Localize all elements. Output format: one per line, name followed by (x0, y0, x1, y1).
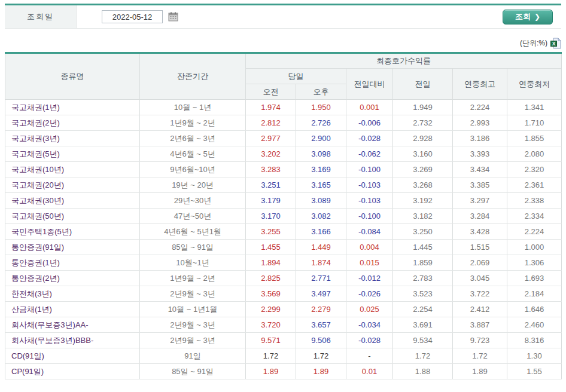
query-date-label: 조회일 (27, 11, 54, 22)
diff-cell: 0.025 (346, 302, 393, 317)
term-cell: 1년9월 ~ 2년 (140, 115, 246, 131)
bond-name-cell: 통안증권(1년) (5, 255, 140, 271)
pm-yield-cell: 2.279 (296, 302, 346, 317)
prev-cell: 2.732 (393, 115, 453, 131)
term-cell: 10월 ~ 1년 (140, 100, 246, 115)
search-button[interactable]: 조회 ❯ (503, 10, 553, 24)
year-low-cell: 1.306 (507, 255, 562, 271)
am-yield-cell: 2.812 (246, 115, 296, 131)
bond-name-cell: 회사채(무보증3년)AA- (5, 317, 140, 333)
diff-cell: -0.084 (346, 224, 393, 240)
diff-cell: -0.006 (346, 115, 393, 131)
header-bond-name: 종류명 (5, 53, 140, 100)
table-row: 회사채(무보증3년)AA-2년9월 ~ 3년3.7203.657-0.0343.… (5, 317, 562, 333)
table-body: 국고채권(1년)10월 ~ 1년1.9741.9500.0011.9492.22… (5, 100, 562, 379)
am-yield-cell: 3.255 (246, 224, 296, 240)
year-high-cell: 9.723 (453, 333, 507, 348)
year-high-cell: 3.186 (453, 131, 507, 146)
am-yield-cell: 3.720 (246, 317, 296, 333)
header-prev: 전일 (393, 69, 453, 100)
bond-name-cell: 한전채(3년) (5, 286, 140, 302)
term-cell: 29년~30년 (140, 193, 246, 209)
year-low-cell: 2.320 (507, 162, 562, 177)
am-yield-cell: 3.569 (246, 286, 296, 302)
am-yield-cell: 1.894 (246, 255, 296, 271)
prev-cell: 1.88 (393, 364, 453, 379)
table-row: CP(91일)85일 ~ 91일1.891.890.011.881.891.55 (5, 364, 562, 379)
year-low-cell: 8.316 (507, 333, 562, 348)
table-row: 통안증권(2년)1년9월 ~ 2년2.8252.771-0.0122.7833.… (5, 271, 562, 286)
year-low-cell: 1.710 (507, 115, 562, 131)
pm-yield-cell: 1.72 (296, 348, 346, 364)
term-cell: 19년 ~ 20년 (140, 177, 246, 193)
term-cell: 47년~50년 (140, 209, 246, 224)
bond-name-cell: 회사채(무보증3년)BBB- (5, 333, 140, 348)
bond-name-cell: 국고채권(5년) (5, 146, 140, 162)
prev-cell: 2.783 (393, 271, 453, 286)
date-input[interactable] (102, 10, 163, 23)
year-high-cell: 3.393 (453, 146, 507, 162)
search-bar: 조회일 조회 ❯ (5, 4, 561, 29)
year-high-cell: 3.045 (453, 271, 507, 286)
term-cell: 85일 ~ 91일 (140, 240, 246, 255)
pm-yield-cell: 3.657 (296, 317, 346, 333)
query-date-label-cell: 조회일 (5, 5, 77, 28)
table-row: 국고채권(30년)29년~30년3.1793.089-0.1033.1923.2… (5, 193, 562, 209)
table-row: 국고채권(2년)1년9월 ~ 2년2.8122.726-0.0062.7322.… (5, 115, 562, 131)
table-row: 국고채권(1년)10월 ~ 1년1.9741.9500.0011.9492.22… (5, 100, 562, 115)
year-low-cell: 2.224 (507, 224, 562, 240)
am-yield-cell: 9.571 (246, 333, 296, 348)
year-high-cell: 3.428 (453, 224, 507, 240)
am-yield-cell: 3.202 (246, 146, 296, 162)
term-cell: 91일 (140, 348, 246, 364)
year-low-cell: 2.334 (507, 209, 562, 224)
diff-cell: -0.100 (346, 209, 393, 224)
prev-cell: 2.254 (393, 302, 453, 317)
prev-cell: 1.949 (393, 100, 453, 115)
bond-name-cell: 산금채(1년) (5, 302, 140, 317)
am-yield-cell: 1.89 (246, 364, 296, 379)
am-yield-cell: 3.251 (246, 177, 296, 193)
prev-cell: 3.691 (393, 317, 453, 333)
diff-cell: -0.103 (346, 177, 393, 193)
diff-cell: 0.004 (346, 240, 393, 255)
term-cell: 2년6월 ~ 3년 (140, 131, 246, 146)
pm-yield-cell: 1.449 (296, 240, 346, 255)
term-cell: 1년9월 ~ 2년 (140, 271, 246, 286)
header-diff: 전일대비 (346, 69, 393, 100)
diff-cell: -0.028 (346, 333, 393, 348)
bond-name-cell: 국고채권(2년) (5, 115, 140, 131)
term-cell: 2년9월 ~ 3년 (140, 333, 246, 348)
am-yield-cell: 1.974 (246, 100, 296, 115)
page: 조회일 조회 ❯ ( (0, 0, 566, 379)
unit-row: (단위:%) X (5, 37, 561, 49)
pm-yield-cell: 2.726 (296, 115, 346, 131)
header-am: 오전 (246, 84, 296, 100)
year-high-cell: 3.722 (453, 286, 507, 302)
diff-cell: -0.103 (346, 193, 393, 209)
year-low-cell: 2.184 (507, 286, 562, 302)
table-row: 한전채(3년)2년9월 ~ 3년3.5693.497-0.0263.5233.7… (5, 286, 562, 302)
am-yield-cell: 2.977 (246, 131, 296, 146)
pm-yield-cell: 3.098 (296, 146, 346, 162)
prev-cell: 3.269 (393, 162, 453, 177)
calendar-icon[interactable] (168, 12, 178, 22)
diff-cell: -0.034 (346, 317, 393, 333)
term-cell: 10월 ~ 1년1월 (140, 302, 246, 317)
header-pm: 오후 (296, 84, 346, 100)
bond-name-cell: CD(91일) (5, 348, 140, 364)
diff-cell: -0.028 (346, 131, 393, 146)
table-row: 국고채권(10년)9년6월~10년3.2833.169-0.1003.2693.… (5, 162, 562, 177)
chevron-right-icon: ❯ (534, 13, 540, 21)
table-row: 국고채권(5년)4년6월 ~ 5년3.2023.098-0.0623.1603.… (5, 146, 562, 162)
year-low-cell: 1.000 (507, 240, 562, 255)
pm-yield-cell: 3.089 (296, 193, 346, 209)
diff-cell: 0.001 (346, 100, 393, 115)
search-button-label: 조회 (515, 11, 531, 22)
table-row: 국고채권(50년)47년~50년3.1703.082-0.1003.1823.2… (5, 209, 562, 224)
bond-name-cell: 국고채권(3년) (5, 131, 140, 146)
am-yield-cell: 2.825 (246, 271, 296, 286)
excel-export-icon[interactable]: X (550, 38, 561, 49)
year-high-cell: 3.297 (453, 193, 507, 209)
prev-cell: 3.160 (393, 146, 453, 162)
